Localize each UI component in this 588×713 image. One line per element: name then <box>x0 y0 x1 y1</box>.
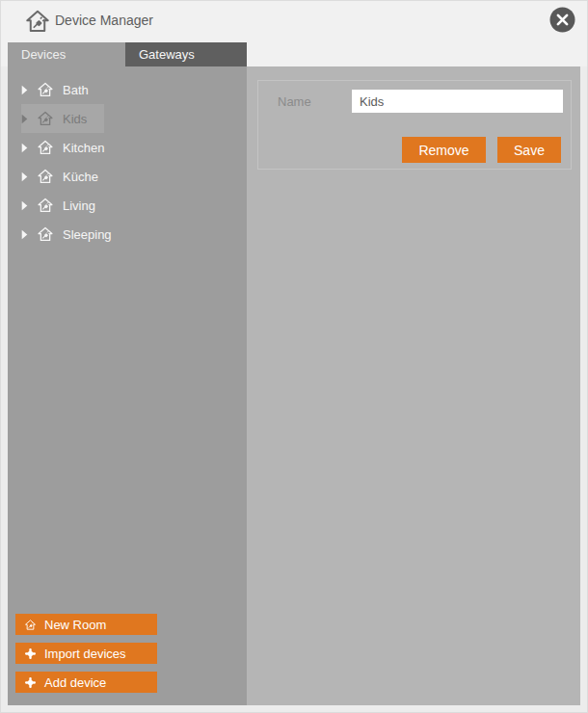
tree-item-kueche[interactable]: Küche <box>21 162 116 191</box>
room-house-icon <box>37 168 54 185</box>
import-devices-label: Import devices <box>44 647 126 661</box>
tree-item-label: Kitchen <box>63 141 104 155</box>
tree-item-living[interactable]: Living <box>21 191 113 220</box>
tree-item-sleeping[interactable]: Sleeping <box>21 220 129 249</box>
expander-arrow-icon[interactable] <box>21 114 28 124</box>
tree-item-kitchen[interactable]: Kitchen <box>21 133 121 162</box>
tree-item-bath[interactable]: Bath <box>21 75 106 104</box>
add-device-label: Add device <box>44 675 106 690</box>
import-devices-button[interactable]: Import devices <box>15 643 157 664</box>
tab-bar: Devices Gateways <box>8 42 247 66</box>
tree-item-label: Küche <box>63 170 98 184</box>
rooms-sidebar: Bath Kids Kitchen Küche Living Sleeping <box>8 66 247 705</box>
expander-arrow-icon[interactable] <box>21 172 28 182</box>
tree-item-label: Bath <box>63 83 89 97</box>
tree-item-label: Living <box>63 198 95 213</box>
close-icon <box>549 7 575 33</box>
remove-button[interactable]: Remove <box>402 137 486 163</box>
form-buttons: Remove Save <box>402 137 561 163</box>
name-row: Name <box>258 90 571 113</box>
close-button[interactable] <box>549 7 575 33</box>
tree-item-label: Kids <box>63 112 87 126</box>
save-button[interactable]: Save <box>497 137 561 163</box>
room-house-icon <box>37 81 54 98</box>
expander-arrow-icon[interactable] <box>21 200 28 211</box>
tab-gateways[interactable]: Gateways <box>125 42 247 66</box>
room-house-icon <box>37 110 54 127</box>
tree-item-kids[interactable]: Kids <box>21 104 104 133</box>
plug-icon <box>24 676 37 689</box>
expander-arrow-icon[interactable] <box>21 85 28 95</box>
room-house-icon <box>37 197 54 214</box>
device-manager-house-icon <box>24 8 51 35</box>
house-icon <box>24 619 37 631</box>
expander-arrow-icon[interactable] <box>21 143 28 153</box>
room-house-icon <box>37 225 54 243</box>
add-device-button[interactable]: Add device <box>15 672 157 693</box>
name-label: Name <box>278 94 352 109</box>
sidebar-actions: New Room Import devices Add device <box>15 614 157 693</box>
new-room-label: New Room <box>44 618 106 632</box>
expander-arrow-icon[interactable] <box>21 229 28 240</box>
tab-devices[interactable]: Devices <box>8 42 125 66</box>
window-title: Device Manager <box>55 0 153 40</box>
rooms-tree: Bath Kids Kitchen Küche Living Sleeping <box>8 66 247 249</box>
new-room-button[interactable]: New Room <box>15 614 157 635</box>
plug-icon <box>24 647 37 660</box>
room-edit-form: Name Remove Save <box>257 80 572 170</box>
name-input[interactable] <box>352 90 563 113</box>
tree-item-label: Sleeping <box>63 227 112 242</box>
room-house-icon <box>37 139 54 156</box>
detail-panel: Name Remove Save <box>247 66 580 705</box>
